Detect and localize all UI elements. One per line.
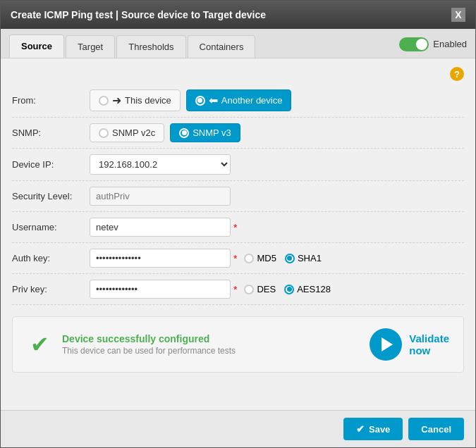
snmpv2c-btn[interactable]: SNMP v2c: [90, 123, 164, 142]
from-this-device-btn[interactable]: ➜ This device: [90, 89, 181, 111]
cancel-button[interactable]: Cancel: [408, 418, 464, 440]
security-level-input[interactable]: [90, 187, 231, 206]
priv-key-input[interactable]: [90, 280, 231, 299]
priv-key-label: Priv key:: [12, 284, 90, 294]
sha1-radio-label[interactable]: SHA1: [285, 253, 322, 263]
snmp-label: SNMP:: [12, 127, 90, 138]
snmpv2c-label: SNMP v2c: [112, 127, 155, 138]
check-icon: ✔: [27, 332, 52, 357]
auth-key-required: *: [233, 253, 237, 264]
success-title: Device successfully configured: [62, 333, 236, 344]
auth-key-row: Auth key: * MD5 SHA1: [12, 243, 464, 274]
sha1-radio[interactable]: [285, 254, 295, 263]
toggle-switch[interactable]: [399, 37, 429, 51]
success-left: ✔ Device successfully configured This de…: [27, 332, 236, 357]
this-device-radio[interactable]: [99, 96, 109, 106]
save-button[interactable]: ✔ Save: [343, 418, 403, 440]
help-icon-row: ?: [12, 67, 464, 81]
from-another-device-btn[interactable]: ⬅ Another device: [186, 89, 292, 111]
save-check-icon: ✔: [356, 423, 365, 435]
arrow-left-icon: ⬅: [209, 94, 218, 107]
from-label: From:: [12, 95, 90, 106]
aes128-radio-label[interactable]: AES128: [284, 284, 331, 294]
aes128-label: AES128: [297, 284, 331, 294]
play-icon: [382, 337, 393, 351]
play-circle: [370, 328, 402, 361]
auth-key-label: Auth key:: [12, 253, 90, 263]
username-row: Username: *: [12, 212, 464, 243]
md5-radio[interactable]: [244, 254, 254, 263]
close-button[interactable]: X: [451, 8, 465, 22]
success-text-group: Device successfully configured This devi…: [62, 333, 236, 356]
des-radio-label[interactable]: DES: [244, 284, 276, 294]
tab-source[interactable]: Source: [9, 35, 64, 58]
priv-key-row: Priv key: * DES AES128: [12, 274, 464, 305]
des-radio[interactable]: [244, 285, 254, 294]
security-level-label: Security Level:: [12, 191, 90, 201]
md5-radio-label[interactable]: MD5: [244, 253, 276, 263]
snmpv3-btn[interactable]: SNMP v3: [170, 123, 240, 142]
success-box: ✔ Device successfully configured This de…: [12, 316, 464, 373]
snmpv2c-radio[interactable]: [99, 128, 109, 138]
another-device-label: Another device: [221, 95, 283, 106]
tabs-bar: Source Target Thresholds Containers Enab…: [1, 29, 475, 58]
modal: Create ICMP Ping test | Source device to…: [0, 0, 476, 448]
arrow-right-icon: ➜: [112, 94, 121, 107]
des-label: DES: [257, 284, 276, 294]
auth-key-input[interactable]: [90, 249, 231, 268]
username-required: *: [233, 222, 237, 233]
checkmark-symbol: ✔: [30, 333, 49, 356]
from-row: From: ➜ This device ⬅ Another device: [12, 84, 464, 118]
security-level-row: Security Level:: [12, 181, 464, 212]
username-label: Username:: [12, 222, 90, 232]
modal-title: Create ICMP Ping test | Source device to…: [11, 9, 266, 20]
from-radio-group: ➜ This device ⬅ Another device: [90, 89, 291, 111]
aes128-radio[interactable]: [284, 285, 294, 294]
auth-algorithm-group: MD5 SHA1: [244, 253, 321, 263]
priv-key-required: *: [233, 284, 237, 295]
md5-label: MD5: [257, 253, 276, 263]
priv-algorithm-group: DES AES128: [244, 284, 330, 294]
snmp-row: SNMP: SNMP v2c SNMP v3: [12, 118, 464, 149]
snmpv3-radio[interactable]: [179, 128, 189, 138]
modal-footer: ✔ Save Cancel: [1, 410, 475, 447]
tab-containers[interactable]: Containers: [188, 35, 256, 58]
device-ip-row: Device IP: 192.168.100.2: [12, 149, 464, 181]
sha1-label: SHA1: [298, 253, 322, 263]
success-subtitle: This device can be used for performance …: [62, 346, 236, 356]
modal-header: Create ICMP Ping test | Source device to…: [1, 1, 475, 29]
username-input[interactable]: [90, 218, 231, 237]
tab-target[interactable]: Target: [66, 35, 115, 58]
enabled-toggle[interactable]: Enabled: [399, 37, 467, 51]
snmp-radio-group: SNMP v2c SNMP v3: [90, 123, 240, 142]
device-ip-label: Device IP:: [12, 159, 90, 170]
tab-thresholds[interactable]: Thresholds: [116, 35, 185, 58]
snmpv3-label: SNMP v3: [193, 127, 231, 138]
save-label: Save: [369, 424, 390, 435]
this-device-label: This device: [125, 95, 171, 106]
device-ip-select[interactable]: 192.168.100.2: [90, 154, 231, 175]
modal-body: ? From: ➜ This device ⬅ Another device: [1, 58, 475, 410]
another-device-radio[interactable]: [195, 96, 205, 106]
enabled-label: Enabled: [433, 39, 467, 49]
validate-button[interactable]: Validatenow: [370, 328, 449, 361]
validate-label: Validatenow: [409, 332, 449, 356]
help-icon[interactable]: ?: [450, 67, 464, 81]
